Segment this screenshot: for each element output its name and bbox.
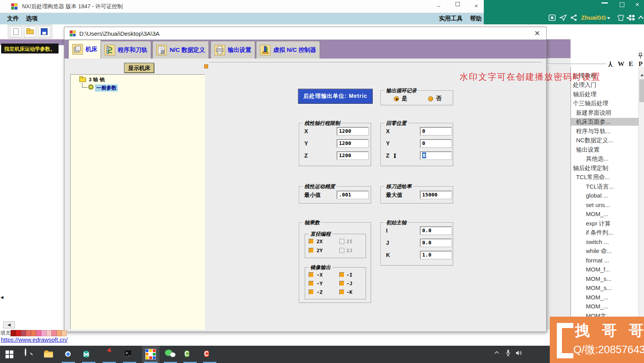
left-scroll-arrow[interactable]: ◀	[0, 295, 4, 299]
spindle-i-field[interactable]: 0.0	[420, 227, 452, 235]
save-button[interactable]	[38, 26, 50, 37]
color-swatch[interactable]	[11, 330, 16, 336]
color-swatch[interactable]	[26, 330, 31, 336]
help-item[interactable]: NC数据定义...	[571, 136, 639, 144]
pin-icon[interactable]	[638, 53, 643, 59]
color-swatch[interactable]	[57, 330, 62, 336]
max-feed-field[interactable]: 15000	[420, 191, 452, 199]
help-scrollbar[interactable]	[639, 67, 644, 347]
help-item[interactable]: 程序与导轨...	[571, 127, 639, 135]
scroll-up-arrow[interactable]	[639, 71, 644, 77]
checkbox-neg-i[interactable]	[339, 272, 344, 277]
help-item[interactable]: MOM_s...	[571, 284, 639, 292]
send-icon[interactable]	[559, 14, 567, 21]
recorder-minimize-button[interactable]	[602, 2, 608, 4]
speaker-icon[interactable]	[515, 350, 522, 357]
file-explorer-icon[interactable]	[43, 349, 54, 360]
menu-options[interactable]: 选项	[26, 15, 38, 22]
nx-close-button[interactable]: ×	[472, 2, 481, 11]
new-file-button[interactable]	[10, 26, 22, 37]
open-file-button[interactable]	[24, 26, 36, 37]
help-item[interactable]: 轴后处理定制	[571, 164, 639, 172]
color-swatch[interactable]	[62, 330, 67, 336]
checkbox-neg-j[interactable]	[339, 281, 344, 286]
dialog-close-button[interactable]: ✕	[533, 29, 542, 38]
menu-utilities[interactable]: 实用工具	[439, 15, 463, 22]
splitter-handle[interactable]	[204, 64, 208, 68]
checkbox-2x[interactable]	[309, 239, 314, 244]
help-item[interactable]: MOM_...	[571, 302, 639, 310]
wechat-icon[interactable]	[165, 349, 176, 360]
help-item-selected[interactable]: 机床页面参...	[571, 118, 639, 126]
share-icon[interactable]	[570, 14, 578, 21]
recorder-close-button[interactable]: ×	[635, 1, 639, 9]
help-item[interactable]: TCL常用命...	[571, 173, 639, 181]
tray-expand-icon[interactable]	[494, 350, 501, 358]
help-item[interactable]: set uns...	[571, 201, 639, 209]
help-item[interactable]: if 条件判...	[571, 229, 639, 236]
edrawsoft-link[interactable]: https://www.edrawsoft.cn/	[1, 336, 68, 343]
checkbox-neg-k[interactable]	[339, 290, 344, 295]
checkbox-neg-z[interactable]	[309, 290, 314, 295]
tab-machine-tool[interactable]: 机床	[68, 40, 101, 59]
tab-output-settings[interactable]: 输出设置	[210, 41, 255, 59]
help-item[interactable]: 输出设置	[571, 146, 639, 154]
travel-y-field[interactable]: 1200	[337, 139, 368, 147]
help-item[interactable]: MOM_f...	[571, 266, 639, 273]
start-button[interactable]	[4, 349, 15, 360]
camtasia-icon[interactable]: C	[185, 349, 196, 360]
recorder-restore-button[interactable]	[620, 2, 624, 7]
terminal-icon[interactable]: >_	[124, 349, 135, 360]
radio-no[interactable]	[428, 96, 433, 101]
travel-z-field[interactable]: 1200	[337, 152, 368, 160]
color-swatch[interactable]	[41, 330, 46, 336]
spindle-j-field[interactable]: 0.0	[420, 239, 452, 247]
help-item[interactable]: switch ...	[571, 238, 639, 246]
checkbox-2y[interactable]	[309, 248, 314, 253]
tree-root-node[interactable]: 3 轴 铣	[89, 76, 104, 83]
nx-post-builder-icon[interactable]	[145, 349, 156, 360]
color-swatch[interactable]	[46, 330, 51, 336]
help-item[interactable]: 新建界面说明	[571, 109, 639, 117]
color-swatch[interactable]	[51, 330, 57, 336]
checkbox-neg-x[interactable]	[309, 272, 314, 277]
menu-help[interactable]: 帮助	[470, 15, 482, 22]
help-item[interactable]: expr 计算	[571, 220, 639, 227]
chrome-icon[interactable]	[63, 349, 74, 360]
search-icon[interactable]	[23, 349, 34, 360]
help-item[interactable]: MOM_s...	[571, 275, 639, 283]
edraw-icon[interactable]	[104, 349, 115, 360]
color-swatch[interactable]	[36, 330, 41, 336]
help-item[interactable]: 其他选...	[571, 155, 639, 163]
apps-grid-icon[interactable]	[628, 14, 636, 21]
help-item[interactable]: global ...	[571, 192, 639, 200]
wardrobe-icon[interactable]	[617, 14, 624, 21]
output-unit-button[interactable]: 后处理输出单位: Metric	[298, 89, 373, 104]
help-item[interactable]: 轴后处理	[571, 90, 639, 98]
camtasia-recorder-icon[interactable]: C	[204, 349, 215, 360]
palette-scroll-button[interactable]: ◀	[3, 321, 15, 328]
microphone-icon[interactable]	[505, 349, 512, 356]
travel-x-field[interactable]: 1200	[337, 127, 368, 135]
scroll-thumb[interactable]	[639, 79, 644, 102]
account-menu[interactable]: ZhuaiGG	[581, 14, 610, 21]
tree-child-node[interactable]: 一般参数	[95, 84, 118, 92]
show-machine-button[interactable]: 显示机床	[124, 63, 154, 73]
tab-program-toolpath[interactable]: 程序和刀轨	[101, 41, 151, 59]
min-precision-field[interactable]: .001	[337, 191, 368, 199]
collapse-bar-icon[interactable]	[638, 14, 644, 21]
color-swatch[interactable]	[21, 330, 26, 336]
color-swatch[interactable]	[31, 330, 36, 336]
spindle-k-field[interactable]: 1.0	[420, 251, 452, 259]
home-z-field[interactable]: 0	[420, 152, 452, 160]
home-x-field[interactable]: 0	[420, 127, 452, 135]
mindmaster-icon[interactable]: ⋈	[83, 349, 94, 360]
help-item[interactable]: while 命...	[571, 247, 639, 255]
color-swatch[interactable]	[16, 330, 21, 336]
help-item[interactable]: MOM_...	[571, 210, 639, 218]
help-item[interactable]: 个三轴后处理	[571, 99, 639, 107]
checkbox-neg-y[interactable]	[309, 281, 314, 286]
home-y-field[interactable]: 0	[420, 139, 452, 147]
help-item[interactable]: MOM_...	[571, 293, 639, 301]
tab-nc-data-definition[interactable]: N/C 数据定义	[152, 41, 209, 59]
